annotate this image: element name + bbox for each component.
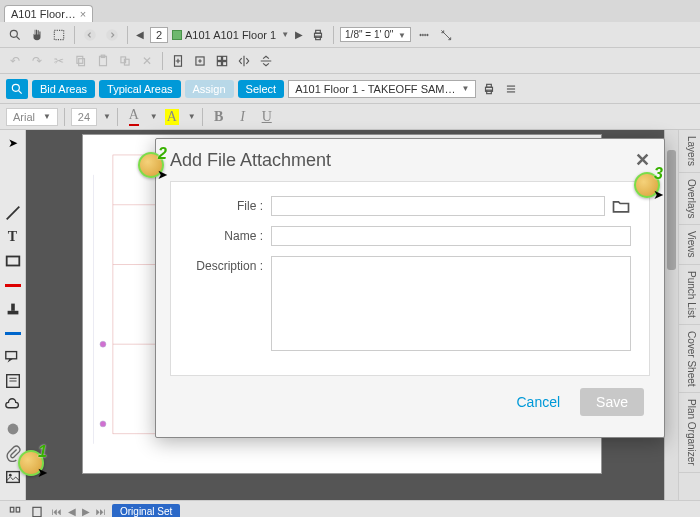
page-label[interactable]: A101 A101 Floor 1 ▼ xyxy=(172,29,289,41)
sheet-list-icon[interactable] xyxy=(28,503,46,518)
image-tool-icon[interactable] xyxy=(4,468,22,486)
back-icon[interactable] xyxy=(81,26,99,44)
italic-button[interactable]: I xyxy=(233,107,253,127)
rect-tool-icon[interactable] xyxy=(4,252,22,270)
list-icon[interactable] xyxy=(502,80,520,98)
file-input[interactable] xyxy=(271,196,605,216)
last-page-icon[interactable]: ⏭ xyxy=(94,506,108,517)
measure-icon[interactable] xyxy=(415,26,433,44)
duplicate-icon[interactable] xyxy=(116,52,134,70)
note-tool-icon[interactable] xyxy=(4,372,22,390)
line-tool-icon[interactable] xyxy=(4,204,22,222)
tutorial-callout-2: 2 ➤ xyxy=(138,152,164,178)
close-icon[interactable]: × xyxy=(80,8,86,20)
underline-button[interactable]: U xyxy=(257,107,277,127)
callout-tool-icon[interactable] xyxy=(4,348,22,366)
page-number-input[interactable]: 2 xyxy=(150,27,168,43)
next-page-icon[interactable]: ▶ xyxy=(80,506,92,517)
chevron-down-icon[interactable]: ▼ xyxy=(188,112,196,121)
search-icon[interactable] xyxy=(6,26,24,44)
sheet-set-label[interactable]: Original Set xyxy=(112,504,180,517)
svg-rect-48 xyxy=(10,507,14,512)
font-size-input[interactable]: 24 xyxy=(71,108,97,126)
prev-page-icon[interactable]: ◀ xyxy=(66,506,78,517)
separator xyxy=(117,108,118,126)
document-tab[interactable]: A101 Floor… × xyxy=(4,5,93,22)
pan-hand-icon[interactable] xyxy=(28,26,46,44)
svg-rect-9 xyxy=(77,56,83,63)
tool-sidebar: ➤ T xyxy=(0,130,26,500)
app-root: A101 Floor… × ◀ 2 A101 A101 Floor 1 ▼ ▶ … xyxy=(0,0,700,517)
grid-icon[interactable] xyxy=(213,52,231,70)
highlight-tool-icon[interactable] xyxy=(4,276,22,294)
browse-folder-icon[interactable] xyxy=(611,196,631,216)
stamp-tool-icon[interactable] xyxy=(4,300,22,318)
flip-v-icon[interactable] xyxy=(257,52,275,70)
export-icon[interactable] xyxy=(191,52,209,70)
circle-tool-icon[interactable] xyxy=(4,420,22,438)
dialog-header: Add File Attachment ✕ xyxy=(156,139,664,181)
svg-rect-8 xyxy=(79,58,85,65)
sheet-navigator: ⏮ ◀ ▶ ⏭ Original Set xyxy=(0,500,700,517)
tab-title: A101 Floor… xyxy=(11,8,76,20)
bid-areas-button[interactable]: Bid Areas xyxy=(32,80,95,98)
first-page-icon[interactable]: ⏮ xyxy=(50,506,64,517)
assign-button[interactable]: Assign xyxy=(185,80,234,98)
redo-icon[interactable]: ↷ xyxy=(28,52,46,70)
svg-point-38 xyxy=(8,474,11,477)
cancel-button[interactable]: Cancel xyxy=(506,388,570,416)
highlight-button[interactable]: A xyxy=(162,107,182,127)
cloud-tool-icon[interactable] xyxy=(4,396,22,414)
prev-page-icon[interactable]: ◀ xyxy=(134,29,146,40)
close-icon[interactable]: ✕ xyxy=(635,149,650,171)
text-color-button[interactable]: A xyxy=(124,107,144,127)
typical-areas-button[interactable]: Typical Areas xyxy=(99,80,180,98)
name-input[interactable] xyxy=(271,226,631,246)
toolbar-areas: Bid Areas Typical Areas Assign Select A1… xyxy=(0,74,700,104)
select-button[interactable]: Select xyxy=(238,80,285,98)
chevron-down-icon: ▼ xyxy=(281,30,289,39)
copy-icon[interactable] xyxy=(72,52,90,70)
name-label: Name : xyxy=(181,226,271,243)
thumbnails-icon[interactable] xyxy=(6,503,24,518)
flip-h-icon[interactable] xyxy=(235,52,253,70)
forward-icon[interactable] xyxy=(103,26,121,44)
text-tool-icon[interactable]: T xyxy=(4,228,22,246)
description-input[interactable] xyxy=(271,256,631,351)
bold-button[interactable]: B xyxy=(209,107,229,127)
scrollbar-thumb[interactable] xyxy=(667,150,676,270)
callout-number: 2 xyxy=(158,145,167,163)
pointer-tool-icon[interactable]: ➤ xyxy=(4,134,22,152)
next-page-icon[interactable]: ▶ xyxy=(293,29,305,40)
tab-overlays[interactable]: Overlays xyxy=(679,173,700,225)
print-area-icon[interactable] xyxy=(480,80,498,98)
vertical-scrollbar[interactable] xyxy=(664,130,678,500)
print-icon[interactable] xyxy=(309,26,327,44)
underline-tool-icon[interactable] xyxy=(4,324,22,342)
cut-icon[interactable]: ✂ xyxy=(50,52,68,70)
toolbar-navigation: ◀ 2 A101 A101 Floor 1 ▼ ▶ 1/8" = 1' 0" ▼ xyxy=(0,22,700,48)
chevron-down-icon[interactable]: ▼ xyxy=(150,112,158,121)
marquee-icon[interactable] xyxy=(50,26,68,44)
undo-icon[interactable]: ↶ xyxy=(6,52,24,70)
tab-plan-organizer[interactable]: Plan Organizer xyxy=(679,393,700,473)
scale-select[interactable]: 1/8" = 1' 0" ▼ xyxy=(340,27,411,42)
tab-punch-list[interactable]: Punch List xyxy=(679,265,700,325)
dimension-icon[interactable] xyxy=(437,26,455,44)
paste-icon[interactable] xyxy=(94,52,112,70)
svg-rect-49 xyxy=(16,507,20,512)
chevron-down-icon[interactable]: ▼ xyxy=(103,112,111,121)
svg-point-20 xyxy=(12,84,19,91)
delete-icon[interactable]: ✕ xyxy=(138,52,156,70)
active-area-select[interactable]: A101 Floor 1 - TAKEOFF SAM… ▼ xyxy=(288,80,476,98)
new-page-icon[interactable] xyxy=(169,52,187,70)
chevron-down-icon: ▼ xyxy=(43,112,51,121)
svg-point-3 xyxy=(84,29,96,41)
save-button[interactable]: Save xyxy=(580,388,644,416)
tab-views[interactable]: Views xyxy=(679,225,700,265)
font-select[interactable]: Arial ▼ xyxy=(6,108,58,126)
tab-cover-sheet[interactable]: Cover Sheet xyxy=(679,325,700,394)
area-search-button[interactable] xyxy=(6,79,28,99)
page-status-icon xyxy=(172,30,182,40)
tab-layers[interactable]: Layers xyxy=(679,130,700,173)
